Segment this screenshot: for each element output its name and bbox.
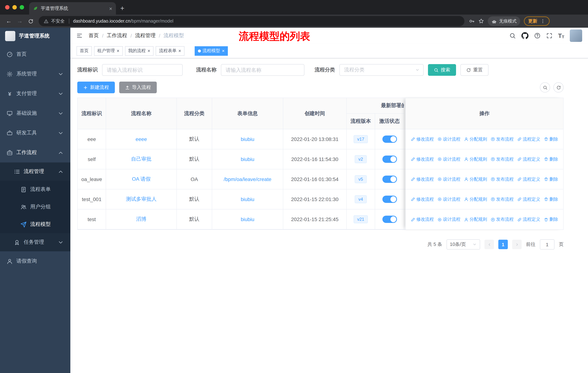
form-info-link[interactable]: biubiu <box>241 156 254 162</box>
forward-button[interactable]: → <box>15 16 25 26</box>
process-name-link[interactable]: 滔博 <box>136 216 146 222</box>
assign-rule-link[interactable]: 分配规则 <box>464 216 487 222</box>
browser-update-button[interactable]: 更新 <box>524 16 550 26</box>
toggle-search-button[interactable] <box>540 82 550 92</box>
design-process-link[interactable]: 设计流程 <box>437 196 460 202</box>
tag-home[interactable]: 首页 <box>77 46 92 56</box>
close-icon[interactable] <box>222 49 225 53</box>
design-process-link[interactable]: 设计流程 <box>437 136 460 142</box>
active-toggle[interactable] <box>382 135 397 143</box>
breadcrumb-item[interactable]: 工作流程 <box>107 32 127 39</box>
avatar[interactable] <box>570 30 582 42</box>
delete-process-link[interactable]: 删除 <box>544 136 558 142</box>
reset-button[interactable]: 重置 <box>460 64 488 76</box>
refresh-table-button[interactable] <box>553 82 564 92</box>
delete-process-link[interactable]: 删除 <box>544 196 558 202</box>
window-close-button[interactable] <box>5 5 10 10</box>
password-key-icon[interactable] <box>469 18 475 24</box>
process-name-link[interactable]: OA 请假 <box>132 176 151 182</box>
window-minimize-button[interactable] <box>12 5 17 10</box>
assign-rule-link[interactable]: 分配规则 <box>464 176 487 182</box>
edit-process-link[interactable]: 修改流程 <box>411 156 434 162</box>
process-name-link[interactable]: eeee <box>136 136 147 142</box>
active-toggle[interactable] <box>382 216 397 223</box>
edit-process-link[interactable]: 修改流程 <box>411 216 434 222</box>
tag-tenant[interactable]: 租户管理 <box>94 46 123 56</box>
process-definition-link[interactable]: 流程定义 <box>517 176 540 182</box>
close-icon[interactable] <box>178 49 181 53</box>
active-toggle[interactable] <box>382 176 397 183</box>
reload-button[interactable] <box>26 16 36 26</box>
publish-process-link[interactable]: 发布流程 <box>491 176 514 182</box>
process-definition-link[interactable]: 流程定义 <box>517 136 540 142</box>
sidebar-item-leave-query[interactable]: 请假查询 <box>0 251 70 271</box>
bookmark-star-icon[interactable] <box>478 18 484 24</box>
sidebar-item-system[interactable]: 系统管理 <box>0 64 70 84</box>
form-info-link[interactable]: biubiu <box>241 196 254 202</box>
tag-my-process[interactable]: 我的流程 <box>125 46 153 56</box>
process-definition-link[interactable]: 流程定义 <box>517 216 540 222</box>
next-page-button[interactable] <box>512 240 522 249</box>
publish-process-link[interactable]: 发布流程 <box>491 196 514 202</box>
assign-rule-link[interactable]: 分配规则 <box>464 136 487 142</box>
browser-tab[interactable]: 芋道管理系统 <box>29 2 116 15</box>
publish-process-link[interactable]: 发布流程 <box>491 156 514 162</box>
search-button[interactable]: 搜索 <box>428 64 456 76</box>
design-process-link[interactable]: 设计流程 <box>437 156 460 162</box>
search-icon[interactable] <box>509 32 516 39</box>
github-icon[interactable] <box>521 32 529 39</box>
publish-process-link[interactable]: 发布流程 <box>491 136 514 142</box>
create-process-button[interactable]: 新建流程 <box>77 81 115 93</box>
delete-process-link[interactable]: 删除 <box>544 176 558 182</box>
tab-close-icon[interactable] <box>109 6 112 11</box>
sidebar-item-home[interactable]: 首页 <box>0 44 70 64</box>
form-info-link[interactable]: biubiu <box>241 136 254 142</box>
assign-rule-link[interactable]: 分配规则 <box>464 196 487 202</box>
active-toggle[interactable] <box>382 156 397 163</box>
browser-menu-icon[interactable] <box>540 19 545 24</box>
back-button[interactable]: ← <box>4 16 14 26</box>
edit-process-link[interactable]: 修改流程 <box>411 136 434 142</box>
tag-process-model[interactable]: 流程模型 <box>195 46 228 56</box>
sidebar-item-payment[interactable]: 支付管理 <box>0 84 70 103</box>
edit-process-link[interactable]: 修改流程 <box>411 196 434 202</box>
prev-page-button[interactable] <box>484 240 494 249</box>
tag-process-form[interactable]: 流程表单 <box>156 46 184 56</box>
process-name-link[interactable]: 自己审批 <box>131 156 151 162</box>
sidebar-item-process-form[interactable]: 流程表单 <box>0 181 70 198</box>
sidebar-item-infra[interactable]: 基础设施 <box>0 103 70 123</box>
sidebar-item-process-model[interactable]: 流程模型 <box>0 216 70 233</box>
security-label[interactable]: 不安全 <box>51 18 65 24</box>
design-process-link[interactable]: 设计流程 <box>437 216 460 222</box>
form-info-link[interactable]: biubiu <box>241 216 254 222</box>
new-tab-button[interactable] <box>120 5 124 12</box>
sidebar-item-workflow[interactable]: 工作流程 <box>0 143 70 162</box>
sidebar-item-process-mgmt[interactable]: 流程管理 <box>0 162 70 181</box>
close-icon[interactable] <box>117 49 119 53</box>
process-definition-link[interactable]: 流程定义 <box>517 156 540 162</box>
sidebar-item-task-mgmt[interactable]: 任务管理 <box>0 233 70 251</box>
page-size-select[interactable]: 10条/页 <box>447 239 480 250</box>
sidebar-item-user-group[interactable]: 用户分组 <box>0 198 70 216</box>
delete-process-link[interactable]: 删除 <box>544 156 558 162</box>
form-info-link[interactable]: /bpm/oa/leave/create <box>224 176 271 182</box>
breadcrumb-item[interactable]: 流程管理 <box>135 32 156 39</box>
process-name-input[interactable] <box>221 64 304 76</box>
assign-rule-link[interactable]: 分配规则 <box>464 156 487 162</box>
window-zoom-button[interactable] <box>20 5 24 10</box>
close-icon[interactable] <box>147 49 150 53</box>
process-name-link[interactable]: 测试多审批人 <box>126 196 157 202</box>
publish-process-link[interactable]: 发布流程 <box>491 216 514 222</box>
delete-process-link[interactable]: 删除 <box>544 216 558 222</box>
sidebar-collapse-icon[interactable] <box>76 32 83 39</box>
font-size-icon[interactable] <box>558 33 564 39</box>
sidebar-item-devtools[interactable]: 研发工具 <box>0 123 70 143</box>
edit-process-link[interactable]: 修改流程 <box>411 176 434 182</box>
breadcrumb-item[interactable]: 首页 <box>89 32 99 39</box>
active-toggle[interactable] <box>382 196 397 203</box>
process-category-select[interactable]: 流程分类 <box>339 64 424 76</box>
help-icon[interactable] <box>534 32 541 39</box>
fullscreen-icon[interactable] <box>546 32 553 39</box>
page-number-button[interactable]: 1 <box>498 240 508 249</box>
process-definition-link[interactable]: 流程定义 <box>517 196 540 202</box>
